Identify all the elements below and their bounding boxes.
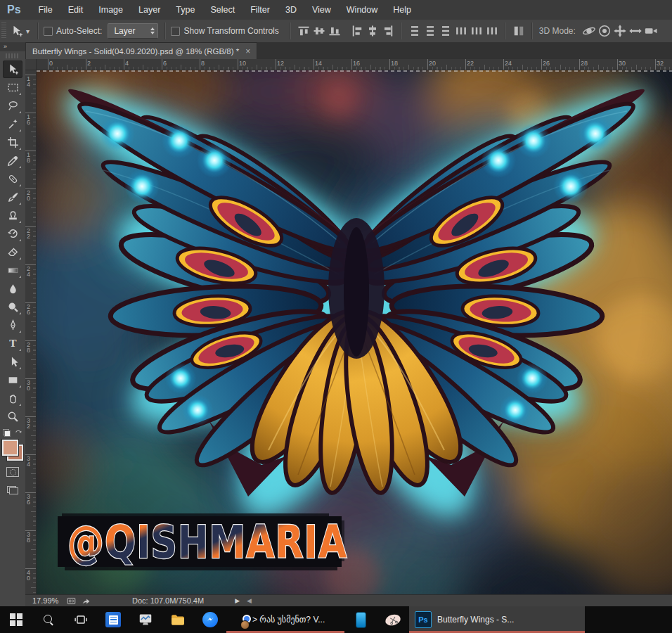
system-monitor-button[interactable]: [129, 606, 162, 633]
ruler-top[interactable]: 02468101214161820222426283032: [37, 59, 672, 70]
system-monitor-icon: [138, 612, 153, 627]
tools-panel: »: [0, 42, 26, 606]
ruler-left-label: 28: [27, 342, 30, 353]
menu-item-view[interactable]: View: [304, 0, 339, 20]
options-bar-grip[interactable]: [1, 23, 6, 39]
path-selection-tool[interactable]: [3, 353, 22, 371]
menu-item-3d[interactable]: 3D: [278, 0, 304, 20]
3d-mode-icons: [581, 24, 659, 38]
quick-selection-tool[interactable]: [3, 115, 22, 133]
move-tool[interactable]: [3, 60, 22, 78]
quick-mask-button[interactable]: [4, 465, 21, 479]
panel-grip[interactable]: [6, 53, 20, 58]
distribute-bottom-edges-icon[interactable]: [439, 24, 453, 38]
3d-roll-icon[interactable]: [597, 24, 612, 38]
marquee-icon: [7, 82, 19, 94]
blur-tool[interactable]: [3, 280, 22, 298]
auto-align-layers-icon[interactable]: [512, 24, 526, 38]
distribute-top-edges-icon[interactable]: [408, 24, 422, 38]
menu-item-type[interactable]: Type: [168, 0, 202, 20]
zoom-tool[interactable]: [3, 408, 22, 426]
distribute-vertical-centers-icon[interactable]: [423, 24, 437, 38]
ruler-corner[interactable]: [25, 59, 37, 70]
align-horizontal-centers-icon[interactable]: [366, 24, 380, 38]
document-tab-title: Butterfly Wings - Solid(04.09.2020).psd …: [32, 47, 239, 56]
menu-item-help[interactable]: Help: [385, 0, 419, 20]
separator: [290, 23, 291, 39]
auto-select-checkbox[interactable]: [44, 27, 53, 36]
file-explorer-icon: [170, 612, 186, 627]
hand-tool[interactable]: [3, 390, 22, 407]
menu-item-filter[interactable]: Filter: [243, 0, 278, 20]
chrome-task-button[interactable]: > რას უსმენთ? V...: [226, 606, 344, 633]
rectangular-marquee-tool[interactable]: [3, 79, 22, 96]
workspace-icon[interactable]: [66, 596, 77, 606]
watermark: @QISHMARIA: [58, 513, 347, 570]
distribute-left-edges-icon[interactable]: [454, 24, 468, 38]
ruler-top-label: 12: [277, 60, 284, 67]
document-tab[interactable]: Butterfly Wings - Solid(04.09.2020).psd …: [25, 42, 257, 59]
menu-item-layer[interactable]: Layer: [131, 0, 168, 20]
photoshop-task-button[interactable]: Ps Butterfly Wings - S...: [409, 606, 585, 633]
align-left-edges-icon[interactable]: [350, 24, 364, 38]
search-button[interactable]: [32, 606, 65, 633]
start-button[interactable]: [0, 606, 32, 633]
collapse-panel-icon[interactable]: »: [0, 42, 25, 51]
menu-item-file[interactable]: File: [31, 0, 60, 20]
menu-item-image[interactable]: Image: [91, 0, 131, 20]
scroll-left-icon[interactable]: ◀: [247, 597, 252, 604]
photoshop-window: Ps FileEditImageLayerTypeSelectFilter3DV…: [0, 0, 672, 633]
3d-pan-icon[interactable]: [613, 24, 627, 38]
align-top-edges-icon[interactable]: [297, 24, 311, 38]
snipping-tool-button[interactable]: [377, 606, 409, 633]
status-menu-arrow-icon[interactable]: ▶: [235, 597, 240, 604]
auto-select-target-dropdown[interactable]: Layer: [108, 23, 158, 39]
screen-mode-button[interactable]: [4, 483, 21, 497]
wand-icon: [7, 118, 19, 130]
history-brush-tool[interactable]: [3, 225, 22, 243]
default-colors-icon[interactable]: [3, 429, 11, 437]
clone-stamp-tool[interactable]: [3, 207, 22, 224]
3d-slide-icon[interactable]: [628, 24, 642, 38]
crop-tool[interactable]: [3, 134, 22, 151]
ruler-top-label: 14: [315, 60, 322, 67]
rectangle-tool[interactable]: [3, 371, 22, 389]
mail-app-button[interactable]: [97, 606, 129, 633]
align-right-edges-icon[interactable]: [381, 24, 395, 38]
align-vertical-centers-icon[interactable]: [312, 24, 326, 38]
pen-tool[interactable]: [3, 316, 22, 334]
show-transform-controls-label: Show Transform Controls: [183, 26, 278, 36]
gradient-tool[interactable]: [3, 262, 22, 279]
align-bottom-edges-icon[interactable]: [328, 24, 342, 38]
task-view-button[interactable]: [65, 606, 97, 633]
zoom-level-field[interactable]: 17.99%: [32, 596, 66, 605]
file-explorer-button[interactable]: [162, 606, 194, 633]
menu-item-window[interactable]: Window: [339, 0, 385, 20]
foreground-swatch[interactable]: [2, 440, 18, 456]
messenger-button[interactable]: [194, 606, 226, 633]
menu-item-edit[interactable]: Edit: [60, 0, 91, 20]
distribute-right-edges-icon[interactable]: [485, 24, 499, 38]
mail-app-icon: [105, 612, 121, 627]
ruler-left-label: 18: [27, 152, 30, 163]
type-tool[interactable]: [3, 335, 22, 352]
your-phone-button[interactable]: [344, 606, 377, 633]
show-transform-controls-checkbox[interactable]: [171, 27, 180, 36]
3d-orbit-icon[interactable]: [582, 24, 596, 38]
tool-preset-caret-icon[interactable]: ▾: [26, 27, 30, 35]
ruler-left[interactable]: 1416182022242628303234363840: [25, 70, 37, 594]
dodge-tool[interactable]: [3, 298, 22, 316]
eraser-tool[interactable]: [3, 243, 22, 261]
eyedropper-tool[interactable]: [3, 152, 22, 170]
spot-healing-brush-tool[interactable]: [3, 170, 22, 188]
tab-close-icon[interactable]: ×: [245, 46, 250, 56]
3d-camera-icon[interactable]: [644, 24, 658, 38]
distribute-horizontal-centers-icon[interactable]: [470, 24, 484, 38]
brush-tool[interactable]: [3, 188, 22, 206]
export-icon[interactable]: [81, 596, 91, 606]
swap-colors-icon[interactable]: [14, 428, 22, 437]
lasso-tool[interactable]: [3, 97, 22, 115]
menu-item-select[interactable]: Select: [202, 0, 243, 20]
canvas[interactable]: @QISHMARIA: [37, 70, 672, 594]
ruler-top-label: 18: [391, 60, 398, 67]
